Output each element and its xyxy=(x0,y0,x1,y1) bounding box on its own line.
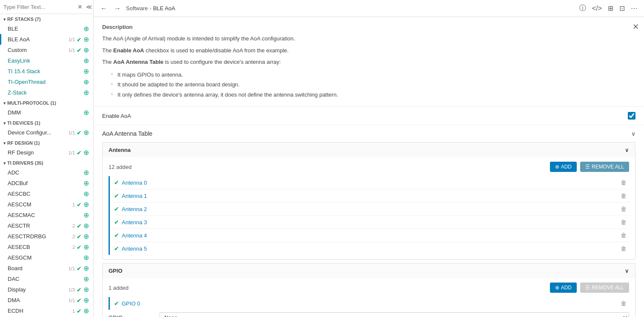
more-button[interactable]: ⋯ xyxy=(630,3,639,14)
collapse-sidebar-button[interactable]: ≪ xyxy=(85,3,93,11)
add-aescbc-button[interactable]: ⊕ xyxy=(83,190,90,198)
add-dma-button[interactable]: ⊕ xyxy=(83,296,90,304)
sidebar-item-ti154[interactable]: TI 15.4 Stack ⊕ xyxy=(0,66,93,77)
add-board-button[interactable]: ⊕ xyxy=(83,264,90,272)
gpio-remove-all-button[interactable]: ☰ REMOVE ALL xyxy=(580,283,629,293)
add-adc-button[interactable]: ⊕ xyxy=(83,168,90,177)
list-item: ✔ Antenna 5 🗑 xyxy=(114,242,629,255)
breadcrumb-software: Software xyxy=(126,5,148,11)
check-icon: ✔ xyxy=(77,47,82,54)
sidebar-group-rf-design[interactable]: ▾ RF DESIGN (1) xyxy=(0,138,93,147)
delete-antenna-5-button[interactable]: 🗑 xyxy=(618,244,629,253)
add-aesccm-button[interactable]: ⊕ xyxy=(83,200,90,208)
gpio-add-button[interactable]: ⊕ ADD xyxy=(550,283,577,293)
sidebar-item-aesccm[interactable]: AESCCM 1 ✔ ⊕ xyxy=(0,199,93,210)
add-rf-design-button[interactable]: ⊕ xyxy=(83,149,90,157)
sidebar-item-ble-aoa[interactable]: BLE AoA 1/1 ✔ ⊕ xyxy=(0,34,93,45)
sidebar-item-rf-design[interactable]: RF Design 1/1 ✔ ⊕ xyxy=(0,147,93,158)
sidebar-item-dmm[interactable]: DMM ⊕ xyxy=(0,107,93,118)
sidebar-item-aesgcm[interactable]: AESGCM ⊕ xyxy=(0,252,93,263)
sidebar-item-aesctr[interactable]: AESCTR 2 ✔ ⊕ xyxy=(0,220,93,231)
sidebar-item-aescbc[interactable]: AESCBC ⊕ xyxy=(0,188,93,199)
add-ble-aoa-button[interactable]: ⊕ xyxy=(83,35,90,43)
code-button[interactable]: </> xyxy=(591,3,603,14)
sidebar-item-dac[interactable]: DAC ⊕ xyxy=(0,274,93,284)
rf-stacks-items: BLE ⊕ BLE AoA 1/1 ✔ ⊕ Custom 1/1 ✔ ⊕ Eas… xyxy=(0,23,93,98)
add-ble-button[interactable]: ⊕ xyxy=(83,25,90,33)
add-aesctrdrbg-button[interactable]: ⊕ xyxy=(83,232,90,240)
add-aesgcm-button[interactable]: ⊕ xyxy=(83,254,90,262)
back-button[interactable]: ← xyxy=(99,4,109,13)
antenna-remove-all-button[interactable]: ☰ REMOVE ALL xyxy=(580,162,629,172)
sidebar-item-aesecb[interactable]: AESECB 2 ✔ ⊕ xyxy=(0,242,93,252)
gpio-added-count: 1 added xyxy=(109,285,129,291)
add-ecdh-button[interactable]: ⊕ xyxy=(83,307,90,315)
sidebar-item-adcbuf[interactable]: ADCBuf ⊕ xyxy=(0,178,93,188)
sidebar-item-dma[interactable]: DMA 1/1 ✔ ⊕ xyxy=(0,295,93,306)
gpio-dropdown-row: GPIO None xyxy=(109,310,629,317)
delete-gpio-0-button[interactable]: 🗑 xyxy=(618,299,629,308)
antenna-subsection-header[interactable]: Antenna ∨ xyxy=(103,143,635,157)
delete-antenna-2-button[interactable]: 🗑 xyxy=(618,205,629,213)
sidebar-item-ti-openthread[interactable]: TI-OpenThread ⊕ xyxy=(0,77,93,87)
add-aescmac-button[interactable]: ⊕ xyxy=(83,211,90,219)
settings-button[interactable]: ⊡ xyxy=(618,3,626,14)
gpio-subsection-body: 1 added ⊕ ADD ☰ REMOVE ALL xyxy=(103,278,635,317)
sidebar-item-display[interactable]: Display 1/3 ✔ ⊕ xyxy=(0,284,93,295)
add-device-config-button[interactable]: ⊕ xyxy=(83,129,90,137)
delete-antenna-3-button[interactable]: 🗑 xyxy=(618,218,629,226)
delete-antenna-0-button[interactable]: 🗑 xyxy=(618,178,629,187)
enable-aoa-checkbox[interactable] xyxy=(628,112,635,120)
sidebar-item-aesctrdrbg[interactable]: AESCTRDRBG 2 ✔ ⊕ xyxy=(0,231,93,242)
add-zstack-button[interactable]: ⊕ xyxy=(83,89,90,97)
gpio-subsection-header[interactable]: GPIO ∨ xyxy=(103,263,635,278)
sidebar-item-easylink[interactable]: EasyLink ⊕ xyxy=(0,55,93,66)
check-icon: ✔ xyxy=(77,244,82,251)
gpio-field-select[interactable]: None xyxy=(160,312,629,317)
antenna-add-button[interactable]: ⊕ ADD xyxy=(550,162,577,172)
sidebar-item-board[interactable]: Board 1/1 ✔ ⊕ xyxy=(0,263,93,274)
sidebar-item-aescmac[interactable]: AESCMAC ⊕ xyxy=(0,210,93,220)
add-display-button[interactable]: ⊕ xyxy=(83,286,90,294)
sidebar-group-rf-stacks[interactable]: ▾ RF STACKS (7) xyxy=(0,14,93,23)
grid-button[interactable]: ⊞ xyxy=(607,3,615,14)
check-icon: ✔ xyxy=(77,223,82,229)
gpio-added-row: 1 added ⊕ ADD ☰ REMOVE ALL xyxy=(109,283,629,293)
add-ti154-button[interactable]: ⊕ xyxy=(83,67,90,75)
topbar-actions: ⓘ </> ⊞ ⊡ ⋯ xyxy=(578,3,639,14)
enable-aoa-label: Enable AoA xyxy=(102,113,628,119)
add-dac-button[interactable]: ⊕ xyxy=(83,275,90,283)
aoa-antenna-table-header[interactable]: AoA Antenna Table ∨ xyxy=(94,125,644,142)
sidebar-item-custom[interactable]: Custom 1/1 ✔ ⊕ xyxy=(0,45,93,55)
add-adcbuf-button[interactable]: ⊕ xyxy=(83,179,90,187)
clear-search-button[interactable]: ✕ xyxy=(77,3,83,11)
delete-antenna-4-button[interactable]: 🗑 xyxy=(618,231,629,240)
sidebar-item-adc[interactable]: ADC ⊕ xyxy=(0,167,93,178)
chevron-down-icon: ▾ xyxy=(3,101,6,106)
para3-suffix: is used to configure the device's antenn… xyxy=(165,59,281,65)
sidebar-item-ecdh[interactable]: ECDH 1 ✔ ⊕ xyxy=(0,306,93,316)
rf-design-items: RF Design 1/1 ✔ ⊕ xyxy=(0,147,93,158)
sidebar-item-ble[interactable]: BLE ⊕ xyxy=(0,23,93,34)
sidebar-group-multi-protocol[interactable]: ▾ MULTI-PROTOCOL (1) xyxy=(0,98,93,107)
add-aesctr-button[interactable]: ⊕ xyxy=(83,222,90,230)
info-button[interactable]: ⓘ xyxy=(578,3,587,14)
gpio-field-label: GPIO xyxy=(109,314,160,317)
search-input[interactable] xyxy=(3,4,75,10)
forward-button[interactable]: → xyxy=(112,4,123,13)
list-item: ✔ Antenna 0 🗑 xyxy=(114,176,629,189)
sidebar-group-ti-devices[interactable]: ▾ TI DEVICES (1) xyxy=(0,118,93,127)
chevron-down-icon: ▾ xyxy=(3,121,6,126)
add-dmm-button[interactable]: ⊕ xyxy=(83,109,90,117)
sidebar-item-zstack[interactable]: Z-Stack ⊕ xyxy=(0,87,93,98)
delete-antenna-1-button[interactable]: 🗑 xyxy=(618,191,629,200)
antenna-subsection-body: 12 added ⊕ ADD ☰ REMOVE ALL xyxy=(103,157,635,259)
add-custom-button[interactable]: ⊕ xyxy=(83,46,90,54)
add-aesecb-button[interactable]: ⊕ xyxy=(83,243,90,251)
sidebar-item-device-config[interactable]: Device Configur... 1/1 ✔ ⊕ xyxy=(0,127,93,138)
close-description-button[interactable]: ✕ xyxy=(633,22,639,31)
add-ti-openthread-button[interactable]: ⊕ xyxy=(83,78,90,86)
add-easylink-button[interactable]: ⊕ xyxy=(83,57,90,65)
chevron-down-icon: ▾ xyxy=(3,17,6,22)
sidebar-group-ti-drivers[interactable]: ▾ TI DRIVERS (35) xyxy=(0,158,93,167)
